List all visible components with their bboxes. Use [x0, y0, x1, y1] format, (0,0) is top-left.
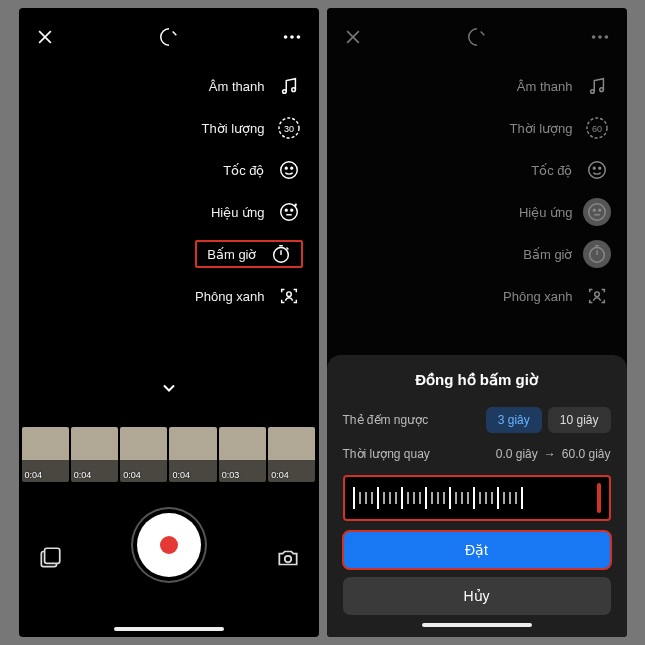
- svg-rect-22: [44, 548, 59, 563]
- speed-icon: [275, 156, 303, 184]
- svg-point-23: [284, 556, 291, 563]
- clip-thumb[interactable]: 0:04: [268, 427, 315, 482]
- slider-handle[interactable]: [597, 483, 601, 513]
- svg-point-35: [593, 167, 595, 169]
- svg-point-34: [588, 162, 605, 179]
- flash-off-icon[interactable]: [466, 26, 488, 48]
- svg-line-26: [480, 32, 484, 36]
- svg-point-38: [593, 209, 595, 211]
- duration-icon: 60: [583, 114, 611, 142]
- svg-point-30: [590, 90, 594, 94]
- svg-point-27: [591, 35, 595, 39]
- chevron-down-icon[interactable]: [159, 378, 179, 402]
- menu-item-effects[interactable]: Hiệu ứng: [503, 198, 610, 226]
- svg-point-3: [283, 35, 287, 39]
- more-icon[interactable]: [281, 26, 303, 48]
- clip-strip[interactable]: 0:04 0:04 0:04 0:04 0:03 0:04: [19, 427, 319, 482]
- svg-point-4: [290, 35, 294, 39]
- svg-point-15: [290, 209, 292, 211]
- duration-row: Thời lượng quay 0.0 giây → 60.0 giây: [343, 447, 611, 461]
- timer-slider[interactable]: [343, 475, 611, 521]
- music-icon: [275, 72, 303, 100]
- svg-point-29: [604, 35, 608, 39]
- topbar: [19, 8, 319, 58]
- seg-10s[interactable]: 10 giây: [548, 407, 611, 433]
- menu-item-duration[interactable]: Thời lượng 30: [195, 114, 302, 142]
- clip-thumb[interactable]: 0:04: [71, 427, 118, 482]
- cancel-button[interactable]: Hủy: [343, 577, 611, 615]
- svg-point-37: [588, 204, 605, 221]
- arrow-right-icon: →: [544, 447, 556, 461]
- flip-camera-icon[interactable]: [275, 545, 301, 575]
- duration-from: 0.0 giây: [496, 447, 538, 461]
- timer-icon: [267, 240, 295, 268]
- gallery-icon[interactable]: [37, 545, 63, 575]
- menu-item-speed[interactable]: Tốc độ: [503, 156, 610, 184]
- menu-item-duration[interactable]: Thời lượng 60: [503, 114, 610, 142]
- menu-item-speed[interactable]: Tốc độ: [195, 156, 302, 184]
- clip-thumb[interactable]: 0:04: [22, 427, 69, 482]
- menu-item-greenscreen[interactable]: Phông xanh: [503, 282, 610, 310]
- menu-item-sound[interactable]: Âm thanh: [503, 72, 610, 100]
- svg-text:30: 30: [283, 124, 293, 134]
- tools-menu: Âm thanh Thời lượng 30 Tốc độ Hiệu ứng B…: [195, 72, 302, 310]
- countdown-label: Thẻ đếm ngược: [343, 413, 429, 427]
- svg-point-14: [285, 209, 287, 211]
- home-indicator[interactable]: [114, 627, 224, 631]
- svg-point-31: [599, 88, 603, 92]
- screenshot-right: Âm thanh Thời lượng 60 Tốc độ Hiệu ứng B…: [327, 8, 627, 637]
- set-button[interactable]: Đặt: [343, 531, 611, 569]
- svg-point-20: [286, 292, 291, 297]
- tools-menu: Âm thanh Thời lượng 60 Tốc độ Hiệu ứng B…: [503, 72, 610, 310]
- clip-thumb[interactable]: 0:04: [169, 427, 216, 482]
- menu-item-sound[interactable]: Âm thanh: [195, 72, 302, 100]
- countdown-segment: 3 giây 10 giây: [486, 407, 611, 433]
- topbar: [327, 8, 627, 58]
- greenscreen-icon: [583, 282, 611, 310]
- screenshot-left: Âm thanh Thời lượng 30 Tốc độ Hiệu ứng B…: [19, 8, 319, 637]
- svg-point-6: [282, 90, 286, 94]
- countdown-row: Thẻ đếm ngược 3 giây 10 giây: [343, 407, 611, 433]
- menu-item-timer[interactable]: Bấm giờ: [503, 240, 610, 268]
- duration-icon: 30: [275, 114, 303, 142]
- svg-line-19: [286, 248, 288, 250]
- seg-3s[interactable]: 3 giây: [486, 407, 542, 433]
- menu-item-timer[interactable]: Bấm giờ: [195, 240, 302, 268]
- svg-point-5: [296, 35, 300, 39]
- svg-point-36: [598, 167, 600, 169]
- menu-item-effects[interactable]: Hiệu ứng: [195, 198, 302, 226]
- greenscreen-icon: [275, 282, 303, 310]
- clip-thumb[interactable]: 0:03: [219, 427, 266, 482]
- clip-thumb[interactable]: 0:04: [120, 427, 167, 482]
- svg-line-2: [172, 32, 176, 36]
- duration-to: 60.0 giây: [562, 447, 611, 461]
- duration-label: Thời lượng quay: [343, 447, 430, 461]
- more-icon[interactable]: [589, 26, 611, 48]
- effects-icon: [583, 198, 611, 226]
- timer-sheet: Đồng hồ bấm giờ Thẻ đếm ngược 3 giây 10 …: [327, 355, 627, 637]
- flash-off-icon[interactable]: [158, 26, 180, 48]
- close-icon[interactable]: [343, 27, 363, 47]
- home-indicator[interactable]: [422, 623, 532, 627]
- svg-point-28: [598, 35, 602, 39]
- svg-point-10: [280, 162, 297, 179]
- close-icon[interactable]: [35, 27, 55, 47]
- sheet-title: Đồng hồ bấm giờ: [343, 371, 611, 389]
- svg-point-43: [594, 292, 599, 297]
- speed-icon: [583, 156, 611, 184]
- svg-text:60: 60: [591, 124, 601, 134]
- music-icon: [583, 72, 611, 100]
- menu-item-greenscreen[interactable]: Phông xanh: [195, 282, 302, 310]
- timer-icon: [583, 240, 611, 268]
- effects-icon: [275, 198, 303, 226]
- svg-point-39: [598, 209, 600, 211]
- svg-point-12: [290, 167, 292, 169]
- svg-point-7: [291, 88, 295, 92]
- svg-point-11: [285, 167, 287, 169]
